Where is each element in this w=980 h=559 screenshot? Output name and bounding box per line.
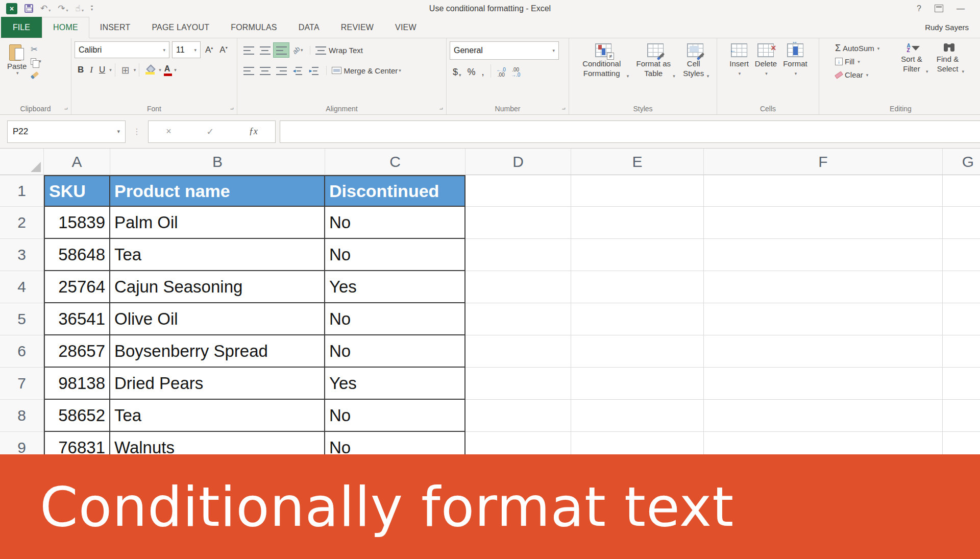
- enter-button[interactable]: ✓: [206, 126, 214, 137]
- cell-styles-button[interactable]: Cell Styles▾: [678, 41, 713, 81]
- cell-f5[interactable]: [704, 303, 943, 335]
- column-header-b[interactable]: B: [110, 149, 325, 175]
- minimize-button[interactable]: —: [957, 4, 965, 13]
- cell-g1[interactable]: [943, 175, 980, 207]
- cell-g7[interactable]: [943, 368, 980, 400]
- cell-f3[interactable]: [704, 239, 943, 271]
- font-size-combo[interactable]: 11▾: [172, 41, 201, 58]
- cell-e4[interactable]: [571, 271, 704, 303]
- cell-g5[interactable]: [943, 303, 980, 335]
- align-center-button[interactable]: [257, 63, 273, 78]
- cell-e7[interactable]: [571, 368, 704, 400]
- clear-button[interactable]: Clear▾: [835, 70, 895, 80]
- underline-button[interactable]: U: [96, 65, 108, 75]
- accounting-dropdown-icon[interactable]: ▾: [459, 72, 461, 78]
- cell-e5[interactable]: [571, 303, 704, 335]
- row-header-7[interactable]: 7: [0, 368, 44, 400]
- italic-button[interactable]: I: [87, 65, 96, 75]
- row-header-4[interactable]: 4: [0, 271, 44, 303]
- font-name-combo[interactable]: Calibri▾: [75, 41, 169, 58]
- tab-formulas[interactable]: FORMULAS: [220, 17, 288, 38]
- underline-dropdown-icon[interactable]: ▾: [109, 67, 112, 72]
- cell-b7[interactable]: Dried Pears: [110, 368, 325, 400]
- cell-g6[interactable]: [943, 335, 980, 368]
- column-header-a[interactable]: A: [44, 149, 110, 175]
- increase-font-button[interactable]: A▴: [203, 45, 215, 55]
- cell-c2[interactable]: No: [325, 207, 465, 239]
- wrap-text-button[interactable]: Wrap Text: [310, 46, 363, 55]
- cell-f8[interactable]: [704, 400, 943, 432]
- merge-center-button[interactable]: Merge & Center ▾: [326, 66, 401, 75]
- cell-b3[interactable]: Tea: [110, 239, 325, 271]
- cell-f7[interactable]: [704, 368, 943, 400]
- increase-indent-button[interactable]: ▸: [306, 63, 322, 78]
- name-box[interactable]: P22▾: [7, 120, 126, 143]
- bottom-align-button[interactable]: [273, 42, 289, 58]
- help-button[interactable]: ?: [917, 4, 921, 13]
- column-header-d[interactable]: D: [465, 149, 571, 175]
- cell-e1[interactable]: [571, 175, 704, 207]
- fill-button[interactable]: ↓Fill▾: [835, 57, 895, 66]
- cell-b5[interactable]: Olive Oil: [110, 303, 325, 335]
- alignment-dialog-launcher[interactable]: ⌐: [439, 106, 443, 112]
- borders-dropdown-icon[interactable]: ▾: [134, 67, 136, 72]
- cell-c6[interactable]: No: [325, 335, 465, 368]
- cell-g3[interactable]: [943, 239, 980, 271]
- middle-align-button[interactable]: [257, 42, 273, 58]
- cell-b1[interactable]: Product name: [110, 175, 325, 207]
- column-header-g[interactable]: G: [943, 149, 980, 175]
- cell-a3[interactable]: 58648: [44, 239, 110, 271]
- copy-button[interactable]: ▾: [31, 57, 41, 66]
- orientation-button[interactable]: ab▾: [289, 42, 306, 58]
- tab-data[interactable]: DATA: [288, 17, 330, 38]
- font-color-button[interactable]: A: [161, 64, 174, 76]
- row-header-8[interactable]: 8: [0, 400, 44, 432]
- cell-c1[interactable]: Discontinued: [325, 175, 465, 207]
- select-all-corner[interactable]: [0, 149, 44, 175]
- comma-style-button[interactable]: ,: [479, 67, 487, 78]
- tab-review[interactable]: REVIEW: [330, 17, 384, 38]
- format-painter-button[interactable]: [31, 69, 41, 78]
- percent-style-button[interactable]: %: [464, 67, 479, 78]
- number-format-dropdown-icon[interactable]: ▾: [552, 48, 555, 53]
- cell-f1[interactable]: [704, 175, 943, 207]
- cell-d7[interactable]: [465, 368, 571, 400]
- cell-a7[interactable]: 98138: [44, 368, 110, 400]
- row-header-6[interactable]: 6: [0, 335, 44, 368]
- cell-a2[interactable]: 15839: [44, 207, 110, 239]
- delete-cells-button[interactable]: × Delete ▾: [752, 41, 780, 78]
- cell-c5[interactable]: No: [325, 303, 465, 335]
- column-header-c[interactable]: C: [325, 149, 465, 175]
- increase-decimal-button[interactable]: ←.0.00: [494, 67, 508, 78]
- cancel-button[interactable]: ×: [166, 126, 172, 137]
- cell-a1[interactable]: SKU: [44, 175, 110, 207]
- cell-c4[interactable]: Yes: [325, 271, 465, 303]
- decrease-indent-button[interactable]: ◂: [289, 63, 306, 78]
- cell-c3[interactable]: No: [325, 239, 465, 271]
- cell-d2[interactable]: [465, 207, 571, 239]
- bold-button[interactable]: B: [75, 65, 87, 75]
- tab-insert[interactable]: INSERT: [89, 17, 141, 38]
- cell-e8[interactable]: [571, 400, 704, 432]
- cell-f6[interactable]: [704, 335, 943, 368]
- cell-a5[interactable]: 36541: [44, 303, 110, 335]
- cell-d6[interactable]: [465, 335, 571, 368]
- row-header-5[interactable]: 5: [0, 303, 44, 335]
- fill-color-button[interactable]: [142, 65, 158, 75]
- formula-input[interactable]: [280, 120, 980, 143]
- cell-b2[interactable]: Palm Oil: [110, 207, 325, 239]
- paste-dropdown-icon[interactable]: ▾: [16, 70, 19, 76]
- cell-c8[interactable]: No: [325, 400, 465, 432]
- save-button[interactable]: [24, 4, 33, 13]
- cell-e3[interactable]: [571, 239, 704, 271]
- cell-d5[interactable]: [465, 303, 571, 335]
- decrease-decimal-button[interactable]: .00→.0: [508, 67, 523, 78]
- conditional-formatting-button[interactable]: ≠ Conditional Formatting▾: [575, 41, 632, 81]
- cell-g2[interactable]: [943, 207, 980, 239]
- font-dialog-launcher[interactable]: ⌐: [230, 106, 234, 112]
- insert-cells-button[interactable]: ← Insert ▾: [726, 41, 752, 78]
- cell-d3[interactable]: [465, 239, 571, 271]
- font-color-dropdown-icon[interactable]: ▾: [174, 67, 177, 72]
- name-box-dropdown-icon[interactable]: ▾: [117, 128, 120, 135]
- signed-in-user[interactable]: Rudy Sayers: [925, 17, 980, 38]
